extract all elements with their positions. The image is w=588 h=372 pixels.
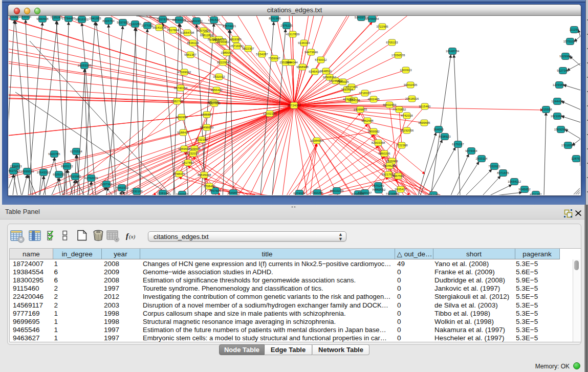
svg-text:3459582: 3459582 [367,130,380,133]
svg-text:77470852: 77470852 [393,108,406,111]
svg-text:36192056: 36192056 [400,129,414,132]
svg-text:7135241: 7135241 [50,16,62,19]
svg-text:3060950: 3060950 [176,116,188,119]
svg-text:2737064: 2737064 [345,85,358,89]
svg-text:86910239: 86910239 [330,189,344,192]
svg-text:23618316: 23618316 [405,97,419,100]
svg-text:17784483: 17784483 [62,17,76,20]
svg-text:2634613: 2634613 [10,165,22,168]
svg-text:87570629: 87570629 [197,29,211,32]
svg-text:3532032: 3532032 [213,75,225,78]
svg-text:99141000: 99141000 [153,26,166,29]
svg-text:57000147: 57000147 [358,191,372,194]
svg-text:65740154: 65740154 [174,86,188,90]
svg-text:5232182: 5232182 [195,138,208,141]
svg-text:17016504: 17016504 [561,144,575,147]
svg-text:9920785: 9920785 [48,152,60,156]
svg-text:5661367: 5661367 [184,53,197,56]
svg-text:4151952: 4151952 [530,193,542,195]
svg-text:45535068: 45535068 [198,173,211,177]
svg-text:1003913: 1003913 [400,69,412,72]
svg-text:7382745: 7382745 [171,100,183,103]
svg-text:1427833: 1427833 [208,102,221,105]
svg-text:6179197: 6179197 [452,143,464,146]
svg-text:6345416: 6345416 [309,70,321,73]
svg-text:9329965: 9329965 [559,55,572,58]
svg-text:9860206: 9860206 [378,152,390,155]
svg-text:8536114: 8536114 [187,41,200,45]
svg-text:1989091: 1989091 [221,51,233,54]
svg-text:13002173: 13002173 [263,112,277,115]
svg-text:9862688: 9862688 [361,119,374,122]
svg-text:51554798: 51554798 [181,31,194,34]
svg-text:4502465: 4502465 [367,98,380,101]
svg-text:37643310: 37643310 [37,171,51,174]
svg-text:4015985: 4015985 [69,175,81,178]
svg-text:8471676: 8471676 [497,171,509,174]
svg-text:9474444: 9474444 [465,149,477,152]
svg-text:9245652: 9245652 [518,188,531,191]
svg-text:3444044: 3444044 [286,61,298,64]
svg-text:6029255: 6029255 [53,173,65,176]
svg-text:17056578: 17056578 [391,54,405,57]
svg-text:2570280: 2570280 [372,184,384,187]
svg-text:3767604: 3767604 [209,189,221,192]
svg-text:40432459: 40432459 [383,103,397,106]
svg-text:2302255: 2302255 [311,191,323,194]
svg-text:2017864: 2017864 [167,29,179,32]
svg-text:4488867: 4488867 [201,113,213,116]
svg-text:69812891: 69812891 [200,34,214,37]
svg-text:45046288: 45046288 [383,164,397,167]
svg-text:6270514: 6270514 [70,150,82,153]
svg-text:10654112: 10654112 [508,180,521,183]
svg-text:42762079: 42762079 [84,177,98,180]
svg-text:5730012: 5730012 [315,58,327,61]
svg-text:13099855: 13099855 [354,108,367,111]
svg-text:3708490: 3708490 [203,185,215,188]
svg-text:1831970: 1831970 [190,19,203,23]
svg-text:1810111: 1810111 [20,16,32,18]
svg-text:2933114: 2933114 [476,157,488,160]
svg-text:6705153: 6705153 [386,41,398,44]
svg-text:3417890: 3417890 [182,161,194,164]
svg-text:3819383: 3819383 [229,38,242,41]
svg-text:8745961: 8745961 [217,40,229,43]
svg-text:6748475: 6748475 [173,172,185,176]
svg-text:7109648: 7109648 [188,147,201,150]
svg-text:7722368: 7722368 [396,144,408,147]
svg-text:9227342: 9227342 [557,69,569,72]
svg-text:9136324: 9136324 [298,41,310,45]
svg-text:3530829: 3530829 [9,16,20,18]
svg-text:8074924: 8074924 [293,192,306,195]
svg-text:6037344: 6037344 [100,183,113,186]
svg-text:9059692: 9059692 [178,147,190,150]
svg-text:16648784: 16648784 [446,50,460,53]
svg-text:6232013: 6232013 [187,152,199,155]
svg-text:88590039: 88590039 [172,18,186,21]
svg-text:2976225: 2976225 [280,24,293,27]
svg-text:1781527: 1781527 [208,18,220,21]
svg-text:9115460: 9115460 [419,105,431,108]
svg-text:6967591: 6967591 [392,174,404,178]
svg-text:5037655: 5037655 [117,21,129,24]
svg-text:82903368: 82903368 [372,141,385,144]
svg-text:3956442: 3956442 [210,89,223,92]
svg-text:9588807: 9588807 [176,193,188,195]
svg-text:1215938: 1215938 [540,108,552,111]
svg-text:34256684: 34256684 [365,17,379,20]
svg-text:9188423: 9188423 [177,131,189,134]
svg-text:7632621: 7632621 [488,165,500,168]
svg-text:2526903: 2526903 [386,160,398,163]
svg-text:47369042: 47369042 [178,71,191,74]
svg-text:7559047: 7559047 [268,57,280,60]
svg-text:8954050: 8954050 [427,193,440,195]
svg-text:8938923: 8938923 [439,135,451,138]
svg-text:8015764: 8015764 [102,19,115,23]
svg-text:8530188: 8530188 [130,190,143,193]
svg-text:8122250: 8122250 [129,23,141,26]
svg-text:(x): (x) [129,233,136,240]
svg-text:2037872: 2037872 [157,18,169,21]
svg-text:18724007: 18724007 [287,104,301,107]
svg-text:111254: 111254 [569,28,579,31]
svg-text:76453392: 76453392 [115,186,129,189]
